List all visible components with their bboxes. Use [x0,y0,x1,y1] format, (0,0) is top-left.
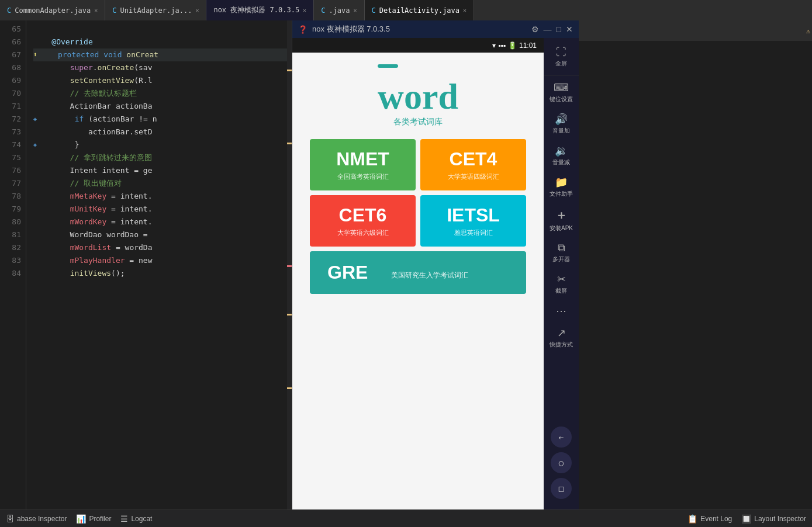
code-line-81: WordDao wordDao = [33,228,287,241]
tab-main-java[interactable]: C .java ✕ [314,0,364,20]
tab-icon-common: C [7,6,11,15]
shortcut-btn[interactable]: ↗ 快捷方式 [544,323,579,352]
right-line-2: : 1); [586,58,812,71]
tab-icon-unit: C [112,6,116,15]
file-assist-btn[interactable]: 📁 文件助手 [544,172,579,202]
fullscreen-btn[interactable]: ⛶ 全屏 [544,43,579,71]
database-inspector-label: abase Inspector [17,515,67,523]
emulator-minimize-icon[interactable]: — [544,25,552,34]
screenshot-btn[interactable]: ✂ 截屏 [544,269,579,299]
database-inspector-btn[interactable]: 🗄 abase Inspector [6,514,67,523]
tab-emulator[interactable]: nox 夜神模拟器 7.0.3.5 ✕ [206,0,314,20]
profiler-icon: 📊 [76,514,86,523]
warning-icon-1: ⚠ [806,27,810,35]
word-logo: word [378,64,458,115]
shortcut-label: 快捷方式 [550,341,573,349]
keyboard-btn[interactable]: ⌨ 键位设置 [544,78,579,107]
right-line-1: : 1); [586,46,812,58]
card-ietsl[interactable]: IETSL 雅思英语词汇 [420,195,526,247]
layout-inspector-icon: 🔲 [741,514,751,523]
home-icon: ○ [559,458,564,467]
back-btn[interactable]: ← [551,427,572,448]
emulator-maximize-icon[interactable]: □ [557,25,561,34]
tab-close-emulator[interactable]: ✕ [303,7,306,13]
database-icon: 🗄 [6,514,14,523]
code-line-76: Intent intent = ge [33,164,287,177]
profiler-btn[interactable]: 📊 Profiler [76,514,111,523]
tab-unit-adapter[interactable]: C UnitAdapter.ja... ✕ [105,0,206,20]
volume-up-icon: 🔊 [555,113,568,126]
help-icon[interactable]: ❓ [298,25,307,34]
right-code-area[interactable]: : 1); : 1); [579,41,812,509]
card-cet4[interactable]: CET4 大学英语四级词汇 [420,139,526,190]
code-line-78: mMetaKey = intent. [33,190,287,203]
status-icons: ▾ ▪▪▪ 🔋 11:01 [492,41,537,50]
code-line-70: // 去除默认标题栏 [33,87,287,100]
emulator-sidebar: ⛶ 全屏 ⌨ 键位设置 🔊 音量加 🔉 音量减 📁 [544,38,579,509]
tab-bar: C CommonAdapter.java ✕ C UnitAdapter.ja.… [0,0,812,20]
code-line-77: // 取出键值对 [33,177,287,190]
multi-open-btn[interactable]: ⧉ 多开器 [544,238,579,267]
screenshot-label: 截屏 [555,287,567,295]
code-line-71: ActionBar actionBa [33,100,287,113]
emulator-screen: word 各类考试词库 NMET 全国高考英语词汇 CET4 [292,53,544,509]
app-logo: word 各类考试词库 [378,64,458,127]
tab-icon-detail: C [372,6,376,15]
tab-close-main[interactable]: ✕ [354,7,357,13]
tab-common-adapter[interactable]: C CommonAdapter.java ✕ [0,0,105,20]
emulator-title: nox 夜神模拟器 7.0.3.5 [312,24,390,34]
more-icon: ⋯ [556,304,566,317]
tab-label-main: .java [329,6,350,15]
bookmark-72: ◈ [33,113,37,126]
card-gre-title: GRE [327,262,368,283]
code-line-69: setContentView(R.l [33,74,287,87]
emulator-title-left: ❓ nox 夜神模拟器 7.0.3.5 [298,24,390,34]
more-btn[interactable]: ⋯ [544,301,579,321]
tab-icon-main: C [321,6,325,15]
emulator-nav-buttons: ← ○ □ [551,427,572,505]
recents-btn[interactable]: □ [551,478,572,499]
tab-label-emulator: nox 夜神模拟器 7.0.3.5 [213,5,299,15]
volume-down-btn[interactable]: 🔉 音量减 [544,141,579,170]
keyboard-icon: ⌨ [554,81,569,94]
code-lines-content[interactable]: @Override ⬆ protected void onCreat super… [26,20,287,509]
recents-icon: □ [559,484,564,493]
emulator-close-icon[interactable]: ✕ [566,25,573,34]
card-gre-subtitle: 美国研究生入学考试词汇 [391,271,468,280]
volume-up-btn[interactable]: 🔊 音量加 [544,109,579,138]
multi-open-label: 多开器 [552,255,570,264]
tab-close-detail[interactable]: ✕ [463,7,467,13]
card-cet4-title: CET4 [450,148,497,170]
event-log-btn[interactable]: 📋 Event Log [687,514,732,523]
emulator-settings-icon[interactable]: ⚙ [531,25,539,34]
file-assist-icon: 📁 [555,176,568,189]
code-line-72: ◈ if (actionBar != n [33,113,287,126]
install-apk-btn[interactable]: ＋ 安装APK [544,204,579,236]
tab-close-unit[interactable]: ✕ [195,7,199,13]
tab-close-common[interactable]: ✕ [94,7,98,13]
layout-inspector-btn[interactable]: 🔲 Layout Inspector [741,514,806,523]
main-area: 65 66 67 68 69 70 71 72 73 74 75 76 77 7… [0,20,812,509]
home-btn[interactable]: ○ [551,452,572,473]
tab-label-common: CommonAdapter.java [15,6,91,15]
fullscreen-icon: ⛶ [556,46,566,58]
card-gre[interactable]: GRE 美国研究生入学考试词汇 [310,251,526,294]
code-line-83: mPlayHandler = new [33,254,287,267]
profiler-label: Profiler [89,515,111,523]
logcat-label: Logcat [131,515,152,523]
code-editor: 65 66 67 68 69 70 71 72 73 74 75 76 77 7… [0,20,292,509]
file-assist-label: 文件助手 [550,190,573,198]
line-indicator-67: ⬆ [33,48,37,61]
keyboard-label: 键位设置 [550,95,573,103]
logcat-btn[interactable]: ☰ Logcat [120,514,152,523]
card-cet6-title: CET6 [339,204,387,226]
tab-label-unit: UnitAdapter.ja... [120,6,192,15]
card-ietsl-subtitle: 雅思英语词汇 [454,228,493,237]
tab-label-detail: DetailActivity.java [379,6,459,15]
card-ietsl-title: IETSL [447,204,500,226]
card-nmet-title: NMET [336,148,389,170]
install-apk-icon: ＋ [555,207,567,223]
card-cet6[interactable]: CET6 大学英语六级词汇 [310,195,416,247]
card-nmet[interactable]: NMET 全国高考英语词汇 [310,139,416,190]
tab-detail-activity[interactable]: C DetailActivity.java ✕ [365,0,475,20]
